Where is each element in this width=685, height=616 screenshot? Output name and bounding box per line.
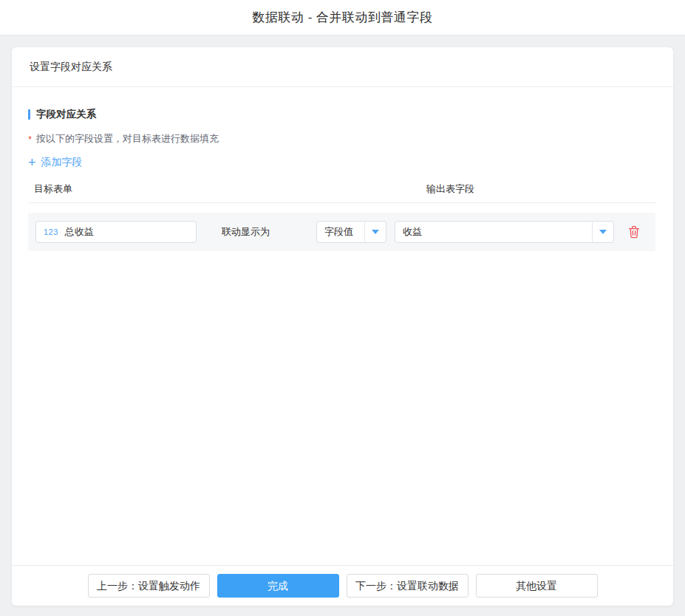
output-field-dropdown[interactable]: 收益 <box>395 221 614 243</box>
settings-panel: 设置字段对应关系 字段对应关系 * 按以下的字段设置，对目标表进行数据填充 + … <box>12 47 673 606</box>
prev-step-button[interactable]: 上一步：设置触发动作 <box>88 574 210 598</box>
display-mode-caret-area[interactable] <box>364 222 386 242</box>
instruction-label: 按以下的字段设置，对目标表进行数据填充 <box>36 132 219 146</box>
section-accent-bar <box>28 109 30 120</box>
display-mode-dropdown[interactable]: 字段值 <box>316 221 386 243</box>
page-title: 数据联动 - 合并联动到普通字段 <box>252 9 432 26</box>
plus-icon: + <box>28 157 36 168</box>
output-field-caret-area[interactable] <box>592 222 613 242</box>
chevron-down-icon <box>599 230 607 234</box>
panel-header: 设置字段对应关系 <box>12 47 673 87</box>
next-step-button[interactable]: 下一步：设置联动数据 <box>347 574 468 598</box>
chevron-down-icon <box>372 230 379 234</box>
trash-icon <box>628 225 640 239</box>
link-display-label: 联动显示为 <box>222 225 270 239</box>
display-mode-value: 字段值 <box>317 222 364 242</box>
add-field-label: 添加字段 <box>41 156 83 169</box>
mapping-table-header: 目标表单 输出表字段 <box>28 182 655 203</box>
dialog-header: 数据联动 - 合并联动到普通字段 <box>0 0 685 35</box>
panel-title: 设置字段对应关系 <box>30 61 112 74</box>
instruction-text: * 按以下的字段设置，对目标表进行数据填充 <box>28 132 655 146</box>
other-settings-button[interactable]: 其他设置 <box>476 574 598 598</box>
column-target-form: 目标表单 <box>34 182 72 196</box>
delete-row-button[interactable] <box>627 225 641 239</box>
section-title-label: 字段对应关系 <box>36 108 96 121</box>
section-title: 字段对应关系 <box>28 108 655 121</box>
panel-body: 字段对应关系 * 按以下的字段设置，对目标表进行数据填充 + 添加字段 目标表单… <box>12 87 673 565</box>
target-field-name: 总收益 <box>65 225 94 239</box>
required-asterisk: * <box>28 134 32 145</box>
column-output-field: 输出表字段 <box>426 182 474 196</box>
target-field-input[interactable]: 123 总收益 <box>35 221 197 243</box>
field-mapping-row: 123 总收益 联动显示为 字段值 收益 <box>28 213 655 251</box>
number-field-type-icon: 123 <box>44 227 58 236</box>
finish-button[interactable]: 完成 <box>217 574 339 598</box>
footer-button-bar: 上一步：设置触发动作 完成 下一步：设置联动数据 其他设置 <box>12 565 673 606</box>
output-field-value: 收益 <box>395 222 592 242</box>
add-field-button[interactable]: + 添加字段 <box>28 156 83 169</box>
